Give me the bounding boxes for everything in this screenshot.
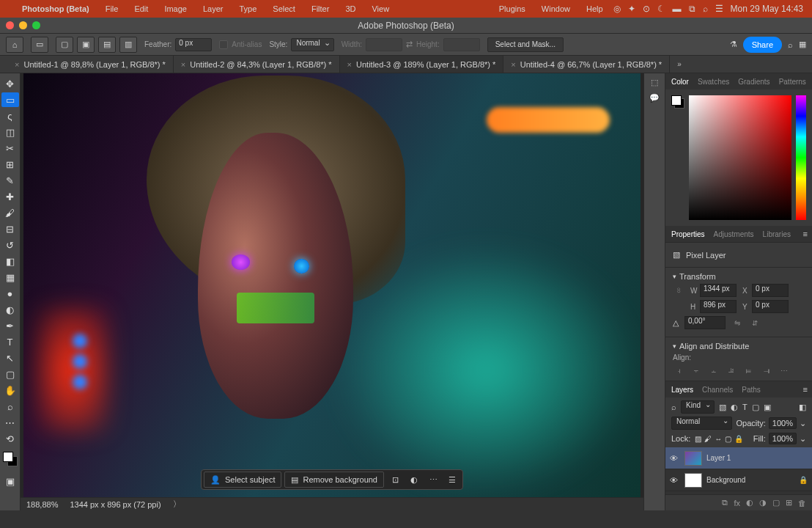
tab-libraries[interactable]: Libraries [763, 230, 791, 238]
lock-artboard-icon[interactable]: ▢ [725, 435, 731, 443]
type-tool[interactable]: T [1, 334, 19, 349]
align-right-icon[interactable]: ⫠ [708, 364, 720, 376]
more-align-icon[interactable]: ⋯ [778, 364, 790, 376]
doc-tab-2[interactable]: ×Untitled-2 @ 84,3% (Layer 1, RGB/8*) * [174, 56, 340, 73]
panel-color-swatch[interactable] [671, 95, 684, 220]
new-group-icon[interactable]: ▢ [772, 498, 780, 507]
filter-icon[interactable]: ⌕ [671, 403, 676, 411]
clone-stamp-tool[interactable]: ⊟ [1, 221, 19, 236]
app-menu[interactable]: Photoshop (Beta) [16, 4, 95, 13]
screen-mode-tool[interactable]: ▣ [1, 474, 19, 488]
contextual-task-bar[interactable]: 👤Select subject ▤Remove background ⊡ ◐ ⋯… [201, 469, 463, 490]
history-brush-tool[interactable]: ↺ [1, 238, 19, 252]
filter-smart-icon[interactable]: ▣ [764, 403, 771, 412]
lock-icon[interactable]: 🔒 [799, 476, 808, 484]
y-value[interactable]: 0 px [752, 300, 789, 313]
doc-tab-1[interactable]: ×Untitled-1 @ 89,8% (Layer 1, RGB/8*) * [7, 56, 174, 73]
close-icon[interactable]: × [181, 60, 185, 69]
menu-plugins[interactable]: Plugins [493, 4, 531, 13]
flip-vertical-icon[interactable]: ⇵ [749, 317, 761, 329]
properties-icon[interactable]: ☰ [444, 472, 460, 488]
edit-toolbar[interactable]: ⋯ [1, 415, 19, 430]
object-selection-tool[interactable]: ◫ [1, 125, 19, 139]
share-button[interactable]: Share [743, 37, 782, 53]
menu-layer[interactable]: Layer [197, 4, 229, 13]
select-and-mask-button[interactable]: Select and Mask... [487, 37, 564, 52]
tab-swatches[interactable]: Swatches [698, 78, 729, 86]
tab-properties[interactable]: Properties [671, 230, 705, 238]
selection-add-icon[interactable]: ▣ [77, 37, 95, 53]
new-layer-icon[interactable]: ⊞ [786, 498, 792, 507]
window-close-button[interactable] [6, 21, 14, 29]
dnd-icon[interactable]: ☾ [657, 4, 665, 14]
style-dropdown[interactable]: Normal [291, 38, 333, 51]
flip-horizontal-icon[interactable]: ⇋ [731, 317, 743, 329]
tab-channels[interactable]: Channels [702, 386, 733, 394]
layer-style-icon[interactable]: fx [734, 499, 740, 507]
learn-panel-icon[interactable]: ⬚ [651, 78, 658, 87]
layer-thumbnail[interactable] [684, 451, 702, 466]
canvas-area[interactable]: 👤Select subject ▤Remove background ⊡ ◐ ⋯… [21, 73, 643, 510]
gradient-tool[interactable]: ▦ [1, 270, 19, 285]
link-wh-icon[interactable]: 𝟾 [673, 285, 684, 296]
lasso-tool[interactable]: ς [1, 109, 19, 123]
fill-value[interactable]: 100% [769, 433, 797, 444]
layer-item[interactable]: 👁 Background 🔒 [665, 469, 812, 491]
hue-slider[interactable] [796, 95, 806, 220]
rectangular-marquee-tool[interactable]: ▭ [1, 92, 19, 107]
align-section-header[interactable]: ▾Align and Distribute [673, 342, 805, 351]
delete-layer-icon[interactable]: 🗑 [798, 499, 806, 507]
close-icon[interactable]: × [347, 60, 352, 69]
angle-input[interactable]: 0,00° [684, 316, 726, 329]
layer-mask-icon[interactable]: ◐ [746, 498, 753, 507]
tab-paths[interactable]: Paths [742, 386, 761, 394]
menu-help[interactable]: Help [580, 4, 609, 13]
new-fill-adjust-icon[interactable]: ◑ [759, 498, 767, 507]
hand-tool[interactable]: ✋ [1, 383, 19, 397]
blend-mode-dropdown[interactable]: Normal [671, 417, 732, 430]
battery-icon[interactable]: ▬ [673, 4, 682, 14]
transform-icon[interactable]: ⊡ [387, 472, 403, 488]
panel-menu-icon[interactable]: ≡ [803, 385, 808, 394]
brush-tool[interactable]: 🖌 [1, 205, 19, 220]
filter-shape-icon[interactable]: ▢ [752, 403, 759, 412]
layer-thumbnail[interactable] [684, 473, 702, 488]
control-center-icon[interactable]: ☰ [715, 4, 723, 14]
beaker-icon[interactable]: ⚗ [730, 40, 737, 49]
menu-edit[interactable]: Edit [128, 4, 154, 13]
panel-menu-icon[interactable]: ≡ [803, 230, 808, 238]
opacity-value[interactable]: 100% [769, 417, 797, 429]
selection-new-icon[interactable]: ▢ [56, 37, 73, 53]
wifi-icon[interactable]: ⧉ [689, 4, 695, 14]
rectangle-tool[interactable]: ▢ [1, 367, 19, 381]
close-icon[interactable]: × [511, 60, 515, 69]
search-icon[interactable]: ⌕ [788, 40, 793, 49]
more-icon[interactable]: ⋯ [425, 472, 441, 488]
menu-image[interactable]: Image [158, 4, 193, 13]
filter-toggle-icon[interactable]: ◧ [799, 403, 806, 412]
visibility-icon[interactable]: 👁 [670, 476, 680, 485]
align-bottom-icon[interactable]: ⫣ [761, 364, 772, 376]
pen-tool[interactable]: ✒ [1, 318, 19, 333]
tab-patterns[interactable]: Patterns [779, 78, 806, 86]
tab-layers[interactable]: Layers [671, 386, 693, 394]
tool-preset-icon[interactable]: ▭ [31, 37, 48, 53]
selection-intersect-icon[interactable]: ▥ [119, 37, 137, 53]
lock-position-icon[interactable]: ↔ [715, 435, 722, 443]
height-value[interactable]: 896 px [700, 300, 737, 313]
menu-filter[interactable]: Filter [306, 4, 335, 13]
filter-adjust-icon[interactable]: ◐ [731, 403, 738, 412]
lock-pixels-icon[interactable]: 🖌 [704, 435, 712, 443]
menu-3d[interactable]: 3D [339, 4, 361, 13]
comments-panel-icon[interactable]: 💬 [649, 93, 660, 103]
zoom-level[interactable]: 188,88% [26, 500, 58, 509]
foreground-background-swap[interactable]: ⟲ [1, 431, 19, 446]
spotlight-icon[interactable]: ⌕ [703, 4, 708, 14]
blur-tool[interactable]: ● [1, 286, 19, 301]
filter-type-icon[interactable]: T [742, 403, 748, 411]
link-layers-icon[interactable]: ⧉ [722, 498, 728, 507]
select-subject-button[interactable]: 👤Select subject [204, 472, 281, 488]
feather-input[interactable]: 0 px [175, 38, 212, 51]
menu-view[interactable]: View [366, 4, 395, 13]
cc-status-icon[interactable]: ◎ [613, 4, 621, 14]
